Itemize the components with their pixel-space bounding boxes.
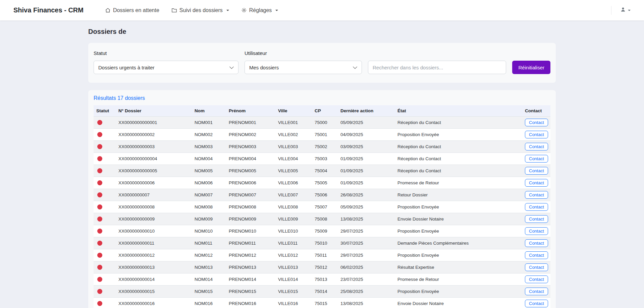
- contact-button[interactable]: Contact: [525, 167, 548, 175]
- cell-ville: VILLE001: [275, 117, 312, 129]
- filter-card: Statut Dossiers urgents à traiter Utilis…: [88, 43, 556, 83]
- page-title: Dossiers de: [88, 28, 556, 36]
- utilisateur-select-value: Mes dossiers: [249, 65, 279, 70]
- cell-dossier-number: XX000000000016: [116, 298, 192, 308]
- cell-statut: [94, 273, 116, 286]
- status-dot: [97, 156, 102, 161]
- user-menu[interactable]: [620, 7, 631, 14]
- cell-prenom: PRENOM016: [226, 298, 275, 308]
- cell-derniere-action: 05/09/2025: [338, 117, 395, 129]
- column-header: Prénom: [226, 105, 275, 117]
- column-header: Ville: [275, 105, 312, 117]
- statut-select[interactable]: Dossiers urgents à traiter: [94, 61, 238, 74]
- nav-links: Dossiers en attente Suivi des dossiers R…: [105, 7, 278, 13]
- cell-cp: 75015: [312, 298, 338, 308]
- cell-prenom: PRENOM002: [226, 129, 275, 141]
- cell-cp: 75010: [312, 237, 338, 249]
- cell-nom: NOM005: [192, 165, 226, 177]
- chevron-down-icon: [229, 65, 234, 69]
- cell-etat: Demande Pièces Complémentaires: [395, 237, 522, 249]
- cell-cp: 75007: [312, 201, 338, 213]
- table-row: XX000000000009 NOM009 PRENOM009 VILLE009…: [94, 213, 550, 225]
- nav-label: Dossiers en attente: [113, 7, 159, 13]
- contact-button[interactable]: Contact: [525, 239, 548, 247]
- cell-dossier-number: XX000000000009: [116, 213, 192, 225]
- column-header: CP: [312, 105, 338, 117]
- status-dot: [97, 265, 102, 270]
- search-input[interactable]: [368, 61, 506, 74]
- top-navbar: Shiva Finances - CRM Dossiers en attente…: [0, 0, 644, 20]
- cell-dossier-number: XX000000000006: [116, 177, 192, 189]
- cell-contact: Contact: [522, 249, 550, 261]
- contact-button[interactable]: Contact: [525, 300, 548, 307]
- cell-nom: NOM008: [192, 201, 226, 213]
- cell-derniere-action: 30/07/2025: [338, 237, 395, 249]
- contact-button[interactable]: Contact: [525, 251, 548, 259]
- contact-button[interactable]: Contact: [525, 155, 548, 163]
- contact-button[interactable]: Contact: [525, 179, 548, 187]
- dossiers-table: StatutN° DossierNomPrénomVilleCPDernière…: [94, 105, 550, 308]
- cell-etat: Proposition Envoyée: [395, 201, 522, 213]
- cell-statut: [94, 213, 116, 225]
- cell-ville: VILLE012: [275, 249, 312, 261]
- status-dot: [97, 120, 102, 125]
- status-dot: [97, 217, 102, 222]
- contact-button[interactable]: Contact: [525, 143, 548, 150]
- cell-contact: Contact: [522, 201, 550, 213]
- cell-ville: VILLE013: [275, 261, 312, 273]
- cell-statut: [94, 286, 116, 298]
- table-row: XX000000000015 NOM015 PRENOM015 VILLE015…: [94, 286, 550, 298]
- cell-contact: Contact: [522, 165, 550, 177]
- status-dot: [97, 204, 102, 209]
- contact-button[interactable]: Contact: [525, 215, 548, 223]
- cell-nom: NOM012: [192, 249, 226, 261]
- status-dot: [97, 253, 102, 258]
- folder-icon: [171, 7, 177, 13]
- table-row: XX0000000000004 NOM004 PRENOM004 VILLE00…: [94, 153, 550, 165]
- utilisateur-select[interactable]: Mes dossiers: [245, 61, 362, 74]
- cell-nom: NOM011: [192, 237, 226, 249]
- cell-nom: NOM016: [192, 298, 226, 308]
- cell-prenom: PRENOM014: [226, 273, 275, 286]
- contact-button[interactable]: Contact: [525, 275, 548, 283]
- cell-cp: 75014: [312, 286, 338, 298]
- status-dot: [97, 132, 102, 137]
- contact-button[interactable]: Contact: [525, 288, 548, 295]
- cell-derniere-action: 13/08/2025: [338, 298, 395, 308]
- table-row: XX000000000016 NOM016 PRENOM016 VILLE016…: [94, 298, 550, 308]
- cell-ville: VILLE002: [275, 129, 312, 141]
- cell-cp: 75012: [312, 261, 338, 273]
- column-header: Contact: [522, 105, 550, 117]
- cell-statut: [94, 129, 116, 141]
- contact-button[interactable]: Contact: [525, 131, 548, 138]
- cell-cp: 75003: [312, 153, 338, 165]
- reset-button[interactable]: Réinitialiser: [512, 61, 550, 74]
- gear-icon: [241, 7, 247, 13]
- contact-button[interactable]: Contact: [525, 191, 548, 199]
- cell-dossier-number: XX000000000013: [116, 261, 192, 273]
- cell-contact: Contact: [522, 189, 550, 201]
- nav-dossiers-en-attente[interactable]: Dossiers en attente: [105, 7, 159, 13]
- contact-button[interactable]: Contact: [525, 119, 548, 126]
- brand[interactable]: Shiva Finances - CRM: [13, 6, 84, 14]
- cell-ville: VILLE008: [275, 201, 312, 213]
- cell-prenom: PRENOM010: [226, 225, 275, 237]
- chevron-down-icon: [275, 10, 278, 11]
- cell-nom: NOM015: [192, 286, 226, 298]
- cell-ville: VILLE014: [275, 273, 312, 286]
- cell-dossier-number: XX000000000008: [116, 201, 192, 213]
- nav-reglages[interactable]: Réglages: [241, 7, 278, 13]
- cell-contact: Contact: [522, 261, 550, 273]
- table-row: XX000000000014 NOM014 PRENOM014 VILLE014…: [94, 273, 550, 286]
- cell-prenom: PRENOM008: [226, 201, 275, 213]
- contact-button[interactable]: Contact: [525, 227, 548, 235]
- contact-button[interactable]: Contact: [525, 263, 548, 271]
- nav-suivi-des-dossiers[interactable]: Suivi des dossiers: [171, 7, 229, 13]
- cell-statut: [94, 201, 116, 213]
- cell-derniere-action: 29/07/2025: [338, 225, 395, 237]
- contact-button[interactable]: Contact: [525, 203, 548, 211]
- status-dot: [97, 192, 102, 197]
- cell-cp: 75002: [312, 141, 338, 153]
- house-icon: [105, 7, 111, 13]
- cell-prenom: PRENOM005: [226, 165, 275, 177]
